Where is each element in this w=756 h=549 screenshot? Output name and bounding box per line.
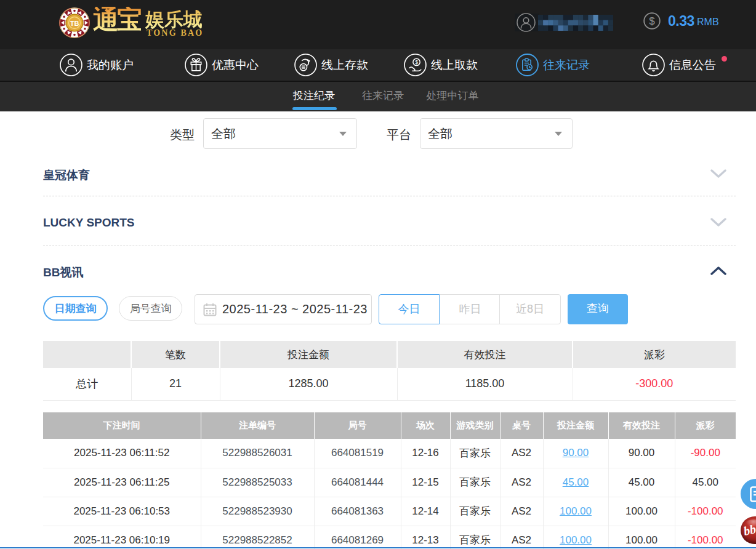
svg-text:$: $ xyxy=(649,15,655,27)
svg-text:$: $ xyxy=(415,59,418,65)
svg-text:TB: TB xyxy=(70,20,79,27)
